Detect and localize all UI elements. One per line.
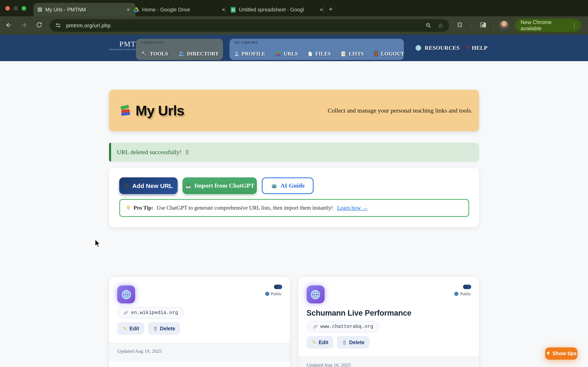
reload-icon[interactable] — [36, 22, 43, 28]
chrome-update-button[interactable]: New Chrome available ⋮ — [515, 19, 581, 32]
globe-icon — [415, 44, 422, 51]
plus-icon — [124, 183, 130, 188]
actions-panel: Add New URL Import from ChatGPT — [109, 168, 479, 227]
nav-item-tools[interactable]: TOOLS — [141, 50, 168, 57]
import-from-chatgpt-button[interactable]: Import from ChatGPT — [182, 177, 257, 194]
edit-button[interactable]: Edit — [117, 322, 144, 335]
nav-item-lists[interactable]: LISTS — [341, 50, 364, 57]
success-alert: URL deleted successfully! — [109, 143, 479, 161]
url-chip[interactable]: en.wikipedia.org — [117, 307, 184, 318]
show-tips-button[interactable]: Show tips — [545, 347, 577, 360]
tab-spreadsheet[interactable]: Untitled spreadsheet - Googl × — [227, 3, 328, 16]
success-alert-text: URL deleted successfully! — [117, 149, 182, 156]
wastebasket-icon — [184, 149, 190, 155]
zoom-out-icon[interactable] — [425, 22, 432, 29]
url-text: en.wikipedia.org — [131, 310, 178, 316]
browser-tab-bar: My Urls - PMTNM × Home - Google Drive × … — [0, 0, 588, 16]
forward-icon[interactable] — [20, 22, 27, 29]
lightbulb-icon — [546, 351, 550, 356]
url-text[interactable]: pmtnm.org/url.php — [66, 22, 111, 29]
nav-item-files[interactable]: FILES — [308, 50, 331, 57]
window-controls — [5, 6, 26, 11]
address-bar[interactable]: pmtnm.org/url.php ☆ — [50, 19, 449, 32]
nav-item-directory[interactable]: DIRECTORY — [178, 50, 219, 57]
button-label: Delete — [160, 325, 175, 331]
url-cards-grid: Public en.wiki — [109, 277, 479, 367]
card-toggle[interactable] — [274, 285, 282, 289]
door-icon — [374, 51, 379, 57]
globe-icon — [121, 289, 132, 300]
visibility-label: Public — [271, 292, 282, 296]
tab-my-urls[interactable]: My Urls - PMTNM × — [34, 3, 136, 16]
pencil-icon — [122, 326, 127, 331]
browser-menu-icon[interactable]: ⋮ — [572, 22, 577, 28]
question-mark-icon: ? — [466, 44, 469, 51]
nav-group-my-library: MY LIBRARY PROFILE URLS — [229, 39, 404, 60]
add-new-url-button[interactable]: Add New URL — [119, 177, 178, 194]
chrome-update-label: New Chrome available — [521, 19, 572, 31]
nav-group-community: COMMUNITY TOOLS DIRECTORY — [136, 39, 223, 60]
page-title: My Urls — [136, 103, 184, 118]
new-tab-button[interactable]: + — [326, 4, 336, 14]
page-subtitle: Collect and manage your personal teachin… — [328, 107, 472, 114]
nav-item-help[interactable]: ? HELP — [466, 35, 487, 61]
profile-avatar[interactable] — [499, 20, 509, 31]
books-icon — [275, 51, 281, 57]
delete-button[interactable]: Delete — [337, 336, 369, 349]
toolbar-separator — [470, 22, 471, 29]
globe-icon — [310, 289, 321, 300]
link-icon — [123, 310, 128, 315]
nav-item-profile[interactable]: PROFILE — [234, 50, 265, 57]
ai-guide-button[interactable]: AI Guide — [262, 177, 314, 194]
page-header-banner: My Urls Collect and manage your personal… — [109, 90, 479, 131]
browser-toolbar: pmtnm.org/url.php ☆ New Chrome available — [0, 16, 588, 35]
maximize-window-button[interactable] — [22, 6, 26, 11]
edit-button[interactable]: Edit — [306, 336, 333, 349]
nav-item-logout[interactable]: LOGOUT — [374, 50, 404, 57]
close-tab-icon[interactable]: × — [220, 6, 227, 13]
site-navbar: PMTNM PROFESSIONAL MUSIC TEACHERS OF NEW… — [0, 35, 588, 61]
url-chip[interactable]: www.chatterabq.org — [306, 321, 379, 332]
nav-item-label: HELP — [472, 45, 487, 51]
google-sheets-icon — [231, 7, 236, 12]
url-text: www.chatterabq.org — [320, 324, 373, 329]
memo-list-icon — [341, 51, 346, 57]
button-label: Add New URL — [132, 182, 173, 189]
button-label: AI Guide — [280, 182, 305, 189]
earth-icon — [454, 292, 458, 296]
tab-separator — [323, 7, 324, 13]
wastebasket-icon — [342, 340, 347, 345]
button-label: Show tips — [553, 351, 577, 356]
nav-group-label: MY LIBRARY — [234, 41, 258, 44]
site-info-icon[interactable] — [55, 22, 61, 29]
tab-google-drive[interactable]: Home - Google Drive × — [130, 3, 230, 16]
minimize-window-button[interactable] — [13, 6, 18, 11]
nav-item-resources[interactable]: RESOURCES — [415, 35, 459, 61]
directory-people-icon — [178, 51, 184, 57]
robot-icon — [270, 183, 277, 189]
wastebasket-icon — [153, 325, 158, 331]
nav-item-urls[interactable]: URLS — [275, 50, 298, 57]
earth-icon — [265, 292, 269, 296]
close-window-button[interactable] — [5, 6, 10, 11]
link-icon — [312, 324, 318, 329]
lightbulb-icon — [126, 205, 131, 211]
side-panel-search-icon[interactable] — [479, 22, 487, 29]
tab-separator — [225, 7, 225, 13]
card-title: Schumann Live Performance — [306, 309, 471, 317]
pencil-icon — [311, 340, 317, 345]
bookmark-star-icon[interactable]: ☆ — [438, 22, 443, 29]
app-window: My Urls - PMTNM × Home - Google Drive × … — [0, 0, 588, 367]
visibility-label: Public — [460, 292, 471, 296]
button-label: Edit — [319, 340, 328, 345]
card-toggle[interactable] — [463, 285, 471, 289]
nav-item-label: PROFILE — [242, 50, 265, 57]
back-icon[interactable] — [5, 22, 12, 29]
pro-tip-box: Pro Tip: Use ChatGPT to generate compreh… — [119, 199, 469, 217]
tab-title: My Urls - PMTNM — [45, 7, 125, 12]
tab-title: Home - Google Drive — [142, 7, 220, 12]
file-icon — [308, 51, 313, 57]
delete-button[interactable]: Delete — [148, 322, 180, 335]
learn-how-link[interactable]: Learn how → — [337, 205, 368, 211]
extensions-icon[interactable] — [457, 22, 463, 29]
